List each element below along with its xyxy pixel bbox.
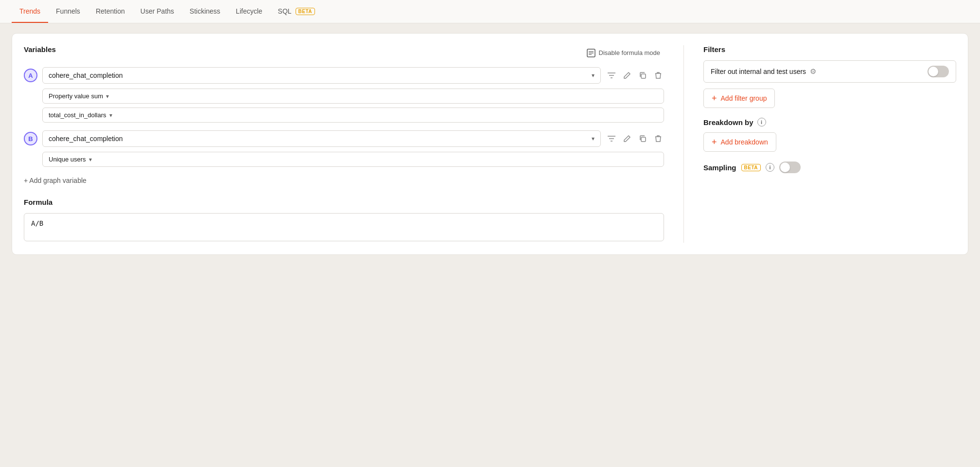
variable-a-row: A cohere_chat_completion ▾ bbox=[24, 67, 664, 84]
variables-title: Variables bbox=[24, 45, 56, 54]
add-filter-group-button[interactable]: + Add filter group bbox=[703, 89, 775, 108]
disable-formula-button[interactable]: Disable formula mode bbox=[583, 47, 664, 59]
main-content: Variables Disable formula mode A c bbox=[0, 23, 980, 265]
variable-b-actions bbox=[606, 133, 664, 144]
top-navigation: Trends Funnels Retention User Paths Stic… bbox=[0, 0, 980, 23]
filters-title: Filters bbox=[703, 45, 956, 54]
nav-funnels[interactable]: Funnels bbox=[48, 0, 88, 23]
svg-rect-7 bbox=[641, 74, 646, 78]
formula-title: Formula bbox=[24, 198, 664, 206]
nav-stickiness[interactable]: Stickiness bbox=[182, 0, 228, 23]
breakdown-info-icon[interactable]: i bbox=[757, 118, 766, 126]
copy-icon[interactable] bbox=[637, 133, 648, 144]
svg-rect-11 bbox=[641, 137, 646, 142]
section-divider bbox=[683, 45, 684, 243]
breakdown-header: Breakdown by i bbox=[703, 118, 956, 126]
edit-icon[interactable] bbox=[621, 133, 633, 144]
filter-icon[interactable] bbox=[606, 70, 617, 81]
delete-icon[interactable] bbox=[652, 133, 664, 144]
plus-icon: + bbox=[712, 94, 717, 103]
filter-label: Filter out internal and test users ⚙ bbox=[711, 67, 816, 76]
add-graph-variable-button[interactable]: + Add graph variable bbox=[24, 175, 87, 186]
variable-b-event-select[interactable]: cohere_chat_completion ▾ bbox=[42, 130, 601, 147]
sampling-toggle[interactable] bbox=[779, 162, 801, 173]
variable-a-property-select[interactable]: total_cost_in_dollars ▾ bbox=[42, 108, 664, 123]
right-section: Filters Filter out internal and test use… bbox=[703, 45, 956, 243]
filter-icon[interactable] bbox=[606, 133, 617, 144]
filter-internal-users-row: Filter out internal and test users ⚙ bbox=[703, 60, 956, 83]
chevron-down-icon: ▾ bbox=[592, 135, 595, 142]
variable-a-actions bbox=[606, 70, 664, 81]
add-breakdown-button[interactable]: + Add breakdown bbox=[703, 132, 776, 152]
delete-icon[interactable] bbox=[652, 70, 664, 81]
sampling-beta-badge: BETA bbox=[741, 164, 761, 171]
nav-user-paths[interactable]: User Paths bbox=[133, 0, 182, 23]
formula-input[interactable]: A/B bbox=[24, 213, 664, 241]
variable-a-sub-selects: Property value sum ▾ total_cost_in_dolla… bbox=[42, 89, 664, 123]
plus-icon: + bbox=[712, 138, 717, 146]
sampling-row: Sampling BETA i bbox=[703, 162, 956, 173]
variable-a-event-select[interactable]: cohere_chat_completion ▾ bbox=[42, 67, 601, 84]
variable-a-math-select[interactable]: Property value sum ▾ bbox=[42, 89, 664, 104]
chevron-down-icon: ▾ bbox=[109, 112, 112, 119]
nav-trends[interactable]: Trends bbox=[12, 0, 48, 23]
variable-b-sub-selects: Unique users ▾ bbox=[42, 152, 664, 167]
left-section: Variables Disable formula mode A c bbox=[24, 45, 664, 243]
copy-icon[interactable] bbox=[637, 70, 648, 81]
variable-a-group: A cohere_chat_completion ▾ bbox=[24, 67, 664, 123]
variables-header: Variables Disable formula mode bbox=[24, 45, 664, 60]
variable-b-row: B cohere_chat_completion ▾ bbox=[24, 130, 664, 147]
filter-settings-icon[interactable]: ⚙ bbox=[810, 67, 816, 76]
chevron-down-icon: ▾ bbox=[106, 93, 109, 100]
variable-a-badge: A bbox=[24, 69, 37, 82]
variable-b-math-select[interactable]: Unique users ▾ bbox=[42, 152, 664, 167]
variable-b-group: B cohere_chat_completion ▾ bbox=[24, 130, 664, 167]
filter-internal-toggle[interactable] bbox=[928, 66, 949, 77]
chevron-down-icon: ▾ bbox=[592, 72, 595, 79]
sql-beta-badge: BETA bbox=[296, 8, 315, 15]
variable-b-badge: B bbox=[24, 132, 37, 145]
analysis-panel: Variables Disable formula mode A c bbox=[12, 33, 968, 255]
formula-mode-icon bbox=[587, 49, 595, 57]
sampling-info-icon[interactable]: i bbox=[766, 163, 774, 172]
chevron-down-icon: ▾ bbox=[89, 156, 92, 163]
nav-lifecycle[interactable]: Lifecycle bbox=[228, 0, 270, 23]
formula-section: Formula A/B bbox=[24, 198, 664, 243]
nav-sql[interactable]: SQL BETA bbox=[270, 0, 323, 23]
nav-retention[interactable]: Retention bbox=[88, 0, 133, 23]
edit-icon[interactable] bbox=[621, 70, 633, 81]
